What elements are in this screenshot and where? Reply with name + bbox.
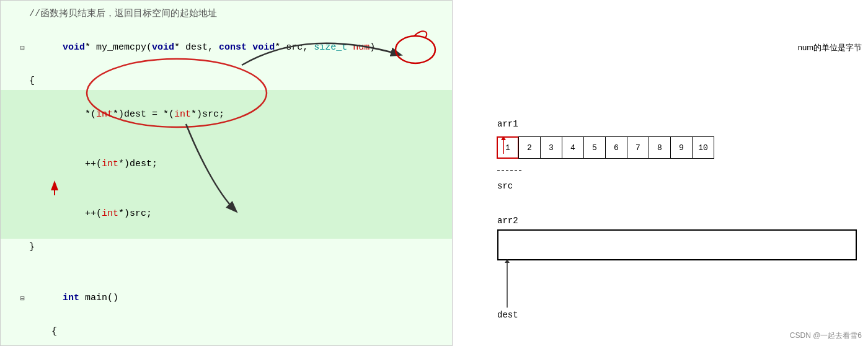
num-param: num bbox=[353, 42, 370, 53]
close-brace-text: } bbox=[27, 239, 35, 255]
comment-line: //函数拷贝结束后，返回目标空间的起始地址 bbox=[1, 6, 452, 23]
open-brace-text: { bbox=[27, 73, 35, 89]
code-panel: //函数拷贝结束后，返回目标空间的起始地址 ⊟ void* my_memcpy(… bbox=[0, 0, 453, 346]
arr1-cell-9: 9 bbox=[670, 136, 693, 159]
csdn-watermark: CSDN @一起去看雪6 bbox=[790, 330, 862, 341]
size-t: size_t bbox=[314, 42, 347, 53]
body-line-1: *(int*)dest = *(int*)src; bbox=[1, 90, 452, 140]
kw-void2: void bbox=[152, 42, 174, 53]
arr1-cell-4: 4 bbox=[562, 136, 584, 159]
kw-int-main: int bbox=[63, 293, 79, 303]
src-arrow-up bbox=[498, 136, 511, 155]
svg-marker-4 bbox=[501, 136, 506, 140]
dest-arrow bbox=[502, 259, 515, 309]
arr1-label: arr1 bbox=[497, 119, 518, 129]
open-brace-1: { bbox=[1, 73, 452, 90]
function-sig-line: ⊟ void* my_memcpy(void* dest, const void… bbox=[1, 23, 452, 73]
function-sig: void* my_memcpy(void* dest, const void* … bbox=[27, 24, 375, 72]
arr1-cell-2: 2 bbox=[518, 136, 541, 159]
comment-text: //函数拷贝结束后，返回目标空间的起始地址 bbox=[27, 6, 217, 22]
body-line-2: ++(int*)dest; bbox=[1, 140, 452, 189]
arr1-line: int arr1[] = { 1,2,3,4,5,6,7,8,9,10 }; bbox=[1, 340, 452, 346]
src-dashes bbox=[497, 167, 547, 180]
src-area: src bbox=[497, 167, 547, 191]
main-open-brace: { bbox=[1, 323, 452, 340]
arr1-cell-8: 8 bbox=[649, 136, 671, 159]
main-sig-line: ⊟ int main() bbox=[1, 273, 452, 323]
body-code-3: ++(int*)src; bbox=[27, 190, 152, 238]
main-open-brace-text: { bbox=[27, 324, 57, 340]
kw-void: void bbox=[63, 42, 85, 53]
kw-const: const bbox=[219, 42, 247, 53]
int-cast-4: int bbox=[102, 208, 118, 219]
close-brace-1: } bbox=[1, 239, 452, 256]
arr1-cell-5: 5 bbox=[583, 136, 606, 159]
blank-text bbox=[27, 257, 35, 273]
arr2-box bbox=[497, 229, 857, 260]
int-cast-1: int bbox=[96, 109, 113, 120]
arr1-cell-3: 3 bbox=[540, 136, 562, 159]
fold-minus-2[interactable]: ⊟ bbox=[18, 294, 27, 303]
num-annotation: num的单位是字节 bbox=[798, 42, 862, 53]
int-cast-3: int bbox=[102, 159, 118, 169]
diagram-panel: num的单位是字节 arr1 12345678910 src arr2 dest bbox=[459, 0, 868, 346]
blank-line bbox=[1, 256, 452, 273]
arr1-code: int arr1[] = { 1,2,3,4,5,6,7,8,9,10 }; bbox=[27, 341, 319, 346]
body-code-2: ++(int*)dest; bbox=[27, 140, 157, 189]
arr1-cell-7: 7 bbox=[627, 136, 649, 159]
int-cast-2: int bbox=[174, 109, 191, 120]
body-line-3: ++(int*)src; bbox=[1, 189, 452, 239]
body-code-1: *(int*)dest = *(int*)src; bbox=[27, 91, 224, 139]
arr2-label: arr2 bbox=[497, 216, 518, 226]
main-sig: int main() bbox=[27, 274, 118, 322]
kw-void3: void bbox=[252, 42, 275, 53]
svg-marker-6 bbox=[505, 259, 510, 263]
fold-minus-1[interactable]: ⊟ bbox=[18, 43, 27, 53]
arr1-boxes: 12345678910 bbox=[497, 136, 714, 159]
dest-label: dest bbox=[497, 310, 518, 320]
arr1-cell-6: 6 bbox=[605, 136, 627, 159]
arr1-cell-10: 10 bbox=[692, 136, 714, 159]
src-label: src bbox=[497, 181, 547, 191]
